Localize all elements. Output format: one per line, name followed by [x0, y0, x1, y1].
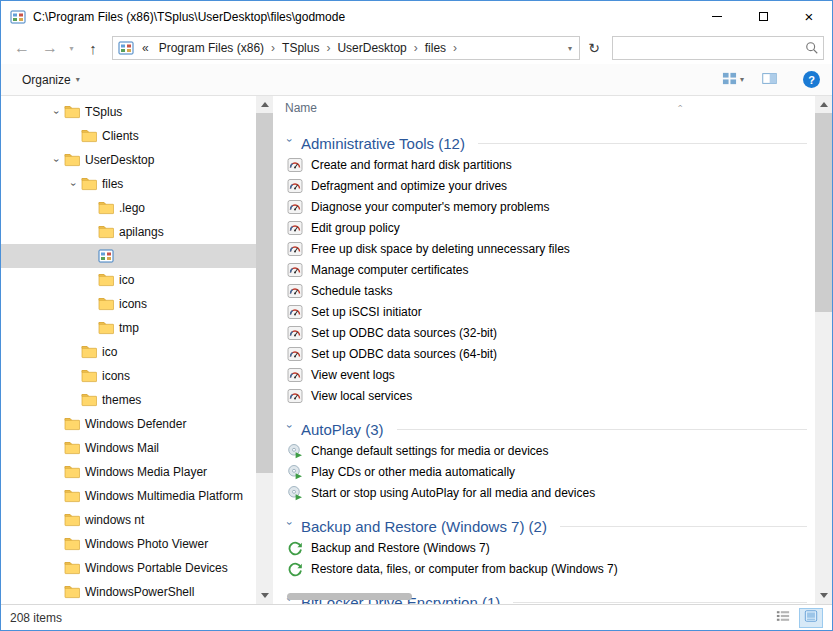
refresh-icon: ↻ [588, 40, 600, 56]
breadcrumb-overflow-icon[interactable]: « [138, 41, 153, 55]
list-item-set-up-odbc-data-sources-32-bit[interactable]: Set up ODBC data sources (32-bit) [273, 322, 815, 343]
scroll-down-arrow[interactable] [256, 587, 273, 604]
scroll-up-arrow[interactable] [815, 96, 832, 113]
tree-item-godmode[interactable] [1, 244, 256, 268]
details-view-button[interactable] [771, 608, 795, 628]
up-button[interactable]: ↑ [80, 36, 106, 60]
column-header-name[interactable]: Name [273, 96, 815, 120]
list-item-diagnose-your-computer-s-memory-problems[interactable]: Diagnose your computer's memory problems [273, 196, 815, 217]
scroll-thumb[interactable] [815, 113, 832, 312]
list-item-defragment-and-optimize-your-drives[interactable]: Defragment and optimize your drives [273, 175, 815, 196]
minimize-button[interactable] [694, 1, 740, 32]
tree-item-apilangs[interactable]: apilangs [1, 220, 256, 244]
group-title: Administrative Tools (12) [301, 135, 465, 152]
expand-chevron-icon[interactable]: › [68, 176, 79, 192]
list-item-set-up-odbc-data-sources-64-bit[interactable]: Set up ODBC data sources (64-bit) [273, 343, 815, 364]
tree-item-windows-portable-devices[interactable]: Windows Portable Devices [1, 556, 256, 580]
breadcrumb-segment-program-files-x86[interactable]: Program Files (x86) [153, 41, 270, 55]
list-item-view-local-services[interactable]: View local services [273, 385, 815, 406]
folder-icon [64, 104, 82, 120]
tree-item-lego[interactable]: .lego [1, 196, 256, 220]
search-icon[interactable] [801, 41, 823, 55]
list-item-manage-computer-certificates[interactable]: Manage computer certificates [273, 259, 815, 280]
tree-item-files[interactable]: ›files [1, 172, 256, 196]
list-item-play-cds-or-other-media-automatically[interactable]: Play CDs or other media automatically [273, 461, 815, 482]
folder-icon [81, 344, 99, 360]
tree-item-windowspowershell[interactable]: WindowsPowerShell [1, 580, 256, 604]
change-view-button[interactable]: ▾ [718, 68, 748, 92]
scroll-thumb[interactable] [256, 113, 273, 473]
tree-item-label: Windows Photo Viewer [82, 537, 208, 551]
list-item-schedule-tasks[interactable]: Schedule tasks [273, 280, 815, 301]
address-bar[interactable]: « Program Files (x86)›TSplus›UserDesktop… [112, 36, 580, 60]
forward-button[interactable]: → [37, 36, 63, 60]
tree-item-userdesktop[interactable]: ›UserDesktop [1, 148, 256, 172]
tree-item-ico[interactable]: ico [1, 268, 256, 292]
tree-item-windows-defender[interactable]: Windows Defender [1, 412, 256, 436]
tree-item-windows-nt[interactable]: windows nt [1, 508, 256, 532]
refresh-button[interactable]: ↻ [582, 36, 606, 60]
breadcrumb-segment-tsplus[interactable]: TSplus [276, 41, 325, 55]
tree-item-label: TSplus [82, 105, 122, 119]
maximize-icon [759, 12, 768, 21]
list-item-label: Restore data, files, or computer from ba… [311, 562, 618, 576]
folder-icon [64, 152, 82, 168]
expand-chevron-icon[interactable]: › [51, 104, 62, 120]
address-dropdown-button[interactable]: ▾ [561, 37, 579, 59]
preview-pane-button[interactable] [758, 68, 781, 92]
tree-item-themes[interactable]: themes [1, 388, 256, 412]
group-header-autoplay-3[interactable]: ›AutoPlay (3) [273, 418, 807, 440]
list-scrollbar[interactable] [815, 96, 832, 604]
maximize-button[interactable] [740, 1, 786, 32]
large-icons-view-icon [804, 609, 818, 626]
list-item-restore-data-files-or-computer-from-backup-windows-7[interactable]: Restore data, files, or computer from ba… [273, 558, 815, 579]
breadcrumb-segment-files[interactable]: files [419, 41, 452, 55]
search-input[interactable] [613, 37, 801, 59]
tree-item-windows-multimedia-platform[interactable]: Windows Multimedia Platform [1, 484, 256, 508]
tree-item-ico[interactable]: ico [1, 340, 256, 364]
content-area: ›TSplusClients›UserDesktop›files.legoapi… [1, 96, 832, 604]
organize-button[interactable]: Organize ▾ [13, 69, 89, 91]
back-button[interactable]: ← [9, 36, 35, 60]
folder-icon [98, 200, 116, 216]
list-item-backup-and-restore-windows-7[interactable]: Backup and Restore (Windows 7) [273, 537, 815, 558]
folder-icon [64, 560, 82, 576]
group-chevron-icon[interactable]: › [284, 139, 296, 148]
group-rule [478, 143, 807, 144]
search-box[interactable] [612, 36, 824, 60]
group-header-backup-and-restore-windows-7-2[interactable]: ›Backup and Restore (Windows 7) (2) [273, 515, 807, 537]
scroll-up-arrow[interactable] [256, 96, 273, 113]
list-item-start-or-stop-using-autoplay-for-all-media-and-devices[interactable]: Start or stop using AutoPlay for all med… [273, 482, 815, 503]
tree-item-clients[interactable]: Clients [1, 124, 256, 148]
tree-item-windows-mail[interactable]: Windows Mail [1, 436, 256, 460]
tree-item-tmp[interactable]: tmp [1, 316, 256, 340]
group-chevron-icon[interactable]: › [284, 522, 296, 531]
recent-locations-button[interactable]: ▾ [65, 36, 78, 60]
list-item-set-up-iscsi-initiator[interactable]: Set up iSCSI initiator [273, 301, 815, 322]
tree-scrollbar[interactable] [256, 96, 273, 604]
scroll-down-arrow[interactable] [815, 587, 832, 604]
list-item-view-event-logs[interactable]: View event logs [273, 364, 815, 385]
tree-item-icons[interactable]: icons [1, 292, 256, 316]
horizontal-scroll-thumb[interactable] [287, 593, 412, 600]
admin-icon [287, 346, 303, 362]
close-button[interactable]: × [786, 1, 832, 32]
tree-item-windows-media-player[interactable]: Windows Media Player [1, 460, 256, 484]
tree-item-windows-photo-viewer[interactable]: Windows Photo Viewer [1, 532, 256, 556]
list-item-create-and-format-hard-disk-partitions[interactable]: Create and format hard disk partitions [273, 154, 815, 175]
triangle-down-icon [261, 593, 269, 598]
list-item-free-up-disk-space-by-deleting-unnecessary-files[interactable]: Free up disk space by deleting unnecessa… [273, 238, 815, 259]
expand-chevron-icon[interactable]: › [51, 152, 62, 168]
tree-item-tsplus[interactable]: ›TSplus [1, 100, 256, 124]
help-button[interactable]: ? [803, 71, 820, 88]
breadcrumb-segment-userdesktop[interactable]: UserDesktop [331, 41, 412, 55]
list-item-change-default-settings-for-media-or-devices[interactable]: Change default settings for media or dev… [273, 440, 815, 461]
scroll-track[interactable] [815, 113, 832, 587]
status-bar: 208 items [1, 604, 832, 630]
large-icons-view-button[interactable] [799, 608, 823, 628]
list-item-edit-group-policy[interactable]: Edit group policy [273, 217, 815, 238]
scroll-track[interactable] [256, 113, 273, 587]
tree-item-icons[interactable]: icons [1, 364, 256, 388]
group-chevron-icon[interactable]: › [284, 425, 296, 434]
group-header-administrative-tools-12[interactable]: ›Administrative Tools (12) [273, 132, 807, 154]
